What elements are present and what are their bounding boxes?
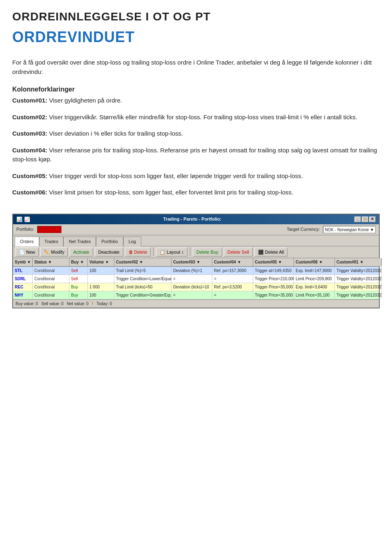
delete-sell-button[interactable]: Delete Sell xyxy=(224,248,253,257)
table-row[interactable]: STL Conditional Sell 100 Trail Limit (%)… xyxy=(13,267,379,275)
col-custom01[interactable]: Custom#01 ▼ xyxy=(335,258,382,266)
cell-custom06: Exp. limit=147,9000 xyxy=(294,267,335,275)
sell-value: Sell value: 0 xyxy=(41,301,63,307)
cell-volume xyxy=(88,275,114,283)
cell-custom05: Trigger at=149,4350 xyxy=(253,267,294,275)
delete-buy-button[interactable]: Delete Buy xyxy=(193,248,222,257)
col-custom05[interactable]: Custom#05 ▼ xyxy=(253,258,294,266)
currency-select[interactable]: NOK - Norwegian Krone ▼ xyxy=(323,226,376,233)
cell-custom01: Trigger Validity=20120323 xyxy=(335,267,382,275)
today-value: Today: 0 xyxy=(96,301,112,307)
close-button[interactable]: ✕ xyxy=(369,217,376,222)
modify-button[interactable]: ✏️ Modify xyxy=(40,248,68,257)
portfolio-input[interactable] xyxy=(37,226,62,233)
new-button[interactable]: 📄 New xyxy=(16,248,39,257)
trading-window: 📊 📈 Trading - Pareto - Portfolio: _ □ ✕ … xyxy=(12,214,380,309)
section-heading: Kolonneforklaringer xyxy=(12,85,380,94)
delete-all-label: Delete All xyxy=(265,250,284,255)
cell-custom05: Trigger Price=210,000 xyxy=(253,275,294,283)
cell-symb: SDRL xyxy=(13,275,33,283)
maximize-button[interactable]: □ xyxy=(362,217,368,222)
titlebar-buttons: _ □ ✕ xyxy=(354,217,376,222)
custom06-label: Custom#06: xyxy=(12,189,47,196)
cell-symb: NHY xyxy=(13,291,33,299)
custom04-text: Custom#04: Viser referanse pris for trai… xyxy=(12,146,380,164)
delete-all-icon: ⬛ xyxy=(258,250,264,255)
modify-icon: ✏️ xyxy=(44,250,50,255)
cell-custom04: Ref. px=157,3000 xyxy=(212,267,253,275)
delete-sell-label: Delete Sell xyxy=(227,250,249,255)
cell-custom02: Trail Limit (ticks)=50 xyxy=(114,283,172,291)
cell-custom02: Trail Limit (%)=5 xyxy=(114,267,172,275)
tab-net-trades[interactable]: Net Trades xyxy=(63,237,96,247)
titlebar-icon-2: 📈 xyxy=(24,216,30,223)
custom05-label: Custom#05: xyxy=(12,172,47,179)
cell-custom01: Trigger Validity=20120323 xyxy=(335,283,382,291)
custom05-desc: Viser trigger verdi for stop-loss som li… xyxy=(49,172,303,179)
portfolio-bar: Portfolio: Target Currency: NOK - Norweg… xyxy=(13,224,379,235)
col-custom03[interactable]: Custom#03 ▼ xyxy=(172,258,212,266)
cell-custom03: Deviation (%)=1 xyxy=(172,267,212,275)
cell-custom03: = xyxy=(172,291,212,299)
cell-custom06: Limit Price=35,100 xyxy=(294,291,335,299)
cell-custom05: Trigger Price=35,000 xyxy=(253,291,294,299)
tabs-bar: Orders Trades Net Trades Portfolio Log xyxy=(13,235,379,247)
cell-custom02: Trigger Condition=Greater/Equal xyxy=(114,291,172,299)
cell-side: Sell xyxy=(69,267,88,275)
cell-custom02: Trigger Condition=Lower/Equal xyxy=(114,275,172,283)
toolbar: 📄 New ✏️ Modify Activate Deactivate 🗑 De… xyxy=(13,246,379,258)
col-status[interactable]: Status ▼ xyxy=(33,258,69,266)
minimize-button[interactable]: _ xyxy=(354,217,361,222)
titlebar-title: Trading - Pareto - Portfolio: xyxy=(163,216,221,223)
tab-trades[interactable]: Trades xyxy=(39,237,64,247)
custom02-label: Custom#02: xyxy=(12,114,47,121)
titlebar-icons-left: 📊 📈 xyxy=(16,216,30,223)
delete-button[interactable]: 🗑 Delete xyxy=(125,248,151,257)
custom03-text: Custom#03: Viser deviation i % eller tic… xyxy=(12,129,380,138)
col-volume[interactable]: Volume ▼ xyxy=(88,258,114,266)
cell-side: Buy xyxy=(69,291,88,299)
custom06-desc: Viser limit prisen for stop-loss, som li… xyxy=(49,189,293,196)
layout-label: Layout ↕ xyxy=(167,250,184,255)
page-container: ORDREINNLEGGELSE I OT OG PT ORDREVINDUET… xyxy=(12,8,380,308)
col-custom02[interactable]: Custom#02 ▼ xyxy=(114,258,172,266)
cell-custom04: = xyxy=(212,275,253,283)
table-row[interactable]: NHY Conditional Buy 100 Trigger Conditio… xyxy=(13,291,379,299)
col-symb[interactable]: Symb ▼ xyxy=(13,258,33,266)
delete-label: Delete xyxy=(134,250,147,255)
cell-status: Conditional xyxy=(33,291,69,299)
cell-symb: STL xyxy=(13,267,33,275)
cell-status: Conditional xyxy=(33,267,69,275)
net-value: Net value: 0 xyxy=(67,301,89,307)
col-buy[interactable]: Buy ▼ xyxy=(69,258,88,266)
cell-side: Buy xyxy=(69,283,88,291)
delete-icon: 🗑 xyxy=(129,250,133,255)
column-headers: Symb ▼ Status ▼ Buy ▼ Volume ▼ Custom#02… xyxy=(13,258,379,267)
activate-button[interactable]: Activate xyxy=(69,248,93,257)
tab-portfolio[interactable]: Portfolio xyxy=(96,237,123,247)
custom06-text: Custom#06: Viser limit prisen for stop-l… xyxy=(12,188,380,197)
col-custom04[interactable]: Custom#04 ▼ xyxy=(212,258,253,266)
currency-label: Target Currency: xyxy=(287,226,320,233)
delete-all-button[interactable]: ⬛ Delete All xyxy=(254,248,287,257)
cell-custom03: = xyxy=(172,275,212,283)
status-bar: Buy value: 0 Sell value: 0 Net value: 0 … xyxy=(13,299,379,308)
page-title: ORDREVINDUET xyxy=(12,26,380,48)
cell-volume: 1 000 xyxy=(88,283,114,291)
custom01-desc: Viser gyldigheten på ordre. xyxy=(49,97,122,104)
deactivate-label: Deactivate xyxy=(98,250,120,255)
buy-value: Buy value: 0 xyxy=(16,301,38,307)
tab-orders[interactable]: Orders xyxy=(15,237,39,247)
tab-log[interactable]: Log xyxy=(123,237,141,247)
cell-custom06: Exp. limit=3,6400 xyxy=(294,283,335,291)
deactivate-button[interactable]: Deactivate xyxy=(95,248,123,257)
toolbar-separator-2 xyxy=(190,248,190,256)
cell-custom03: Deviation (ticks)=10 xyxy=(172,283,212,291)
table-row[interactable]: REC Conditional Buy 1 000 Trail Limit (t… xyxy=(13,283,379,291)
table-row[interactable]: SDRL Conditional Sell Trigger Condition=… xyxy=(13,275,379,283)
col-custom06[interactable]: Custom#06 ▼ xyxy=(294,258,335,266)
layout-button[interactable]: 📋 Layout ↕ xyxy=(156,248,187,257)
trading-titlebar: 📊 📈 Trading - Pareto - Portfolio: _ □ ✕ xyxy=(13,214,379,224)
titlebar-icon-1: 📊 xyxy=(16,216,22,223)
currency-value: NOK - Norwegian Krone xyxy=(325,228,369,232)
